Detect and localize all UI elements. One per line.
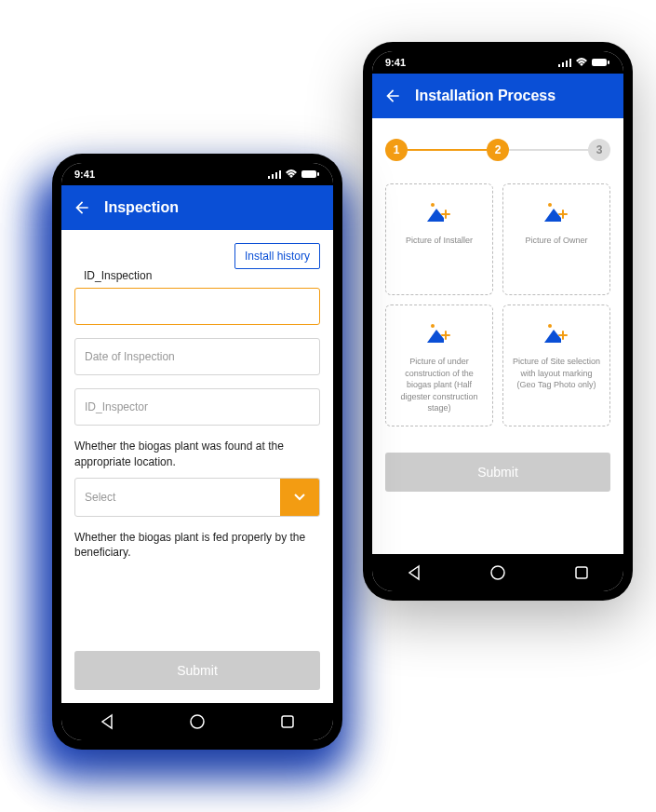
upload-construction[interactable]: Picture of under construction of the bio…	[385, 304, 493, 426]
svg-rect-2	[566, 61, 568, 67]
step-3[interactable]: 3	[588, 139, 610, 161]
id-inspection-label: ID_Inspection	[84, 269, 320, 282]
submit-button[interactable]: Submit	[385, 453, 610, 492]
id-inspector-input[interactable]: ID_Inspector	[74, 388, 320, 426]
svg-point-9	[548, 324, 552, 328]
statusbar-icons	[558, 58, 610, 67]
android-navbar	[61, 703, 333, 740]
svg-point-10	[491, 566, 504, 579]
nav-back-icon[interactable]	[99, 713, 115, 730]
upload-grid: Picture of Installer Picture of Owner Pi…	[385, 183, 610, 426]
svg-rect-0	[558, 64, 560, 67]
phone-installation: 9:41 Installation Process 1 2 3 P	[363, 42, 633, 601]
id-inspection-input[interactable]	[74, 288, 320, 325]
svg-rect-17	[317, 172, 319, 176]
install-history-button[interactable]: Install history	[234, 243, 320, 269]
select-location[interactable]: Select	[74, 478, 320, 517]
wifi-icon	[575, 58, 588, 67]
question-fed: Whether the biogas plant is fed properly…	[74, 530, 320, 562]
question-location: Whether the biogas plant was found at th…	[74, 439, 320, 470]
upload-caption: Picture of Site selection with layout ma…	[511, 356, 602, 391]
statusbar-icons	[268, 169, 320, 179]
battery-icon	[301, 169, 320, 179]
submit-button[interactable]: Submit	[74, 651, 320, 690]
image-add-icon	[427, 201, 451, 222]
upload-owner[interactable]: Picture of Owner	[502, 183, 610, 295]
date-inspection-input[interactable]: Date of Inspection	[74, 338, 320, 375]
svg-rect-16	[301, 170, 316, 178]
svg-rect-14	[275, 172, 277, 179]
back-icon[interactable]	[383, 87, 402, 105]
inspector-placeholder: ID_Inspector	[85, 400, 148, 413]
signal-icon	[268, 169, 281, 179]
screen-inspection: 9:41 Inspection Install history ID_Inspe…	[61, 163, 333, 740]
svg-point-6	[431, 203, 435, 207]
chevron-down-icon	[280, 479, 319, 516]
upload-caption: Picture of Installer	[406, 235, 473, 247]
content-inspection: Install history ID_Inspection Date of In…	[61, 230, 333, 703]
svg-rect-5	[608, 61, 609, 64]
content-installation: 1 2 3 Picture of Installer Picture of Ow…	[372, 118, 623, 554]
svg-rect-4	[592, 59, 607, 66]
statusbar: 9:41	[61, 163, 333, 185]
wifi-icon	[285, 169, 298, 179]
stepper: 1 2 3	[385, 139, 610, 161]
svg-rect-1	[562, 62, 564, 67]
image-add-icon	[544, 322, 569, 343]
svg-point-18	[191, 715, 204, 728]
upload-site[interactable]: Picture of Site selection with layout ma…	[502, 304, 610, 426]
nav-home-icon[interactable]	[189, 713, 206, 730]
select-placeholder: Select	[75, 479, 280, 516]
phone-inspection: 9:41 Inspection Install history ID_Inspe…	[52, 154, 342, 750]
page-title: Installation Process	[415, 88, 556, 104]
page-title: Inspection	[104, 199, 179, 216]
signal-icon	[558, 58, 571, 67]
svg-rect-19	[282, 716, 293, 727]
step-1[interactable]: 1	[385, 139, 408, 161]
svg-rect-3	[569, 59, 571, 67]
upload-caption: Picture of under construction of the bio…	[394, 356, 485, 414]
svg-point-7	[548, 203, 552, 207]
image-add-icon	[544, 201, 569, 222]
battery-icon	[592, 58, 610, 67]
nav-home-icon[interactable]	[489, 564, 506, 581]
svg-rect-15	[279, 170, 281, 179]
back-icon[interactable]	[73, 198, 91, 217]
svg-rect-13	[272, 174, 274, 179]
step-2[interactable]: 2	[487, 139, 509, 161]
statusbar-time: 9:41	[385, 57, 406, 68]
nav-recent-icon[interactable]	[279, 713, 296, 730]
svg-rect-11	[576, 567, 587, 578]
upload-installer[interactable]: Picture of Installer	[385, 183, 493, 295]
nav-back-icon[interactable]	[406, 564, 422, 581]
appbar-inspection: Inspection	[61, 185, 333, 230]
svg-point-8	[431, 324, 435, 328]
step-line-2-3	[509, 149, 588, 151]
screen-installation: 9:41 Installation Process 1 2 3 P	[372, 51, 623, 591]
statusbar-time: 9:41	[74, 169, 95, 180]
statusbar: 9:41	[372, 51, 623, 74]
appbar-installation: Installation Process	[372, 74, 623, 118]
nav-recent-icon[interactable]	[573, 564, 590, 581]
step-line-1-2	[408, 149, 487, 151]
date-placeholder: Date of Inspection	[85, 350, 175, 363]
upload-caption: Picture of Owner	[525, 235, 587, 247]
image-add-icon	[427, 322, 451, 343]
android-navbar	[372, 554, 623, 591]
svg-rect-12	[268, 176, 270, 179]
